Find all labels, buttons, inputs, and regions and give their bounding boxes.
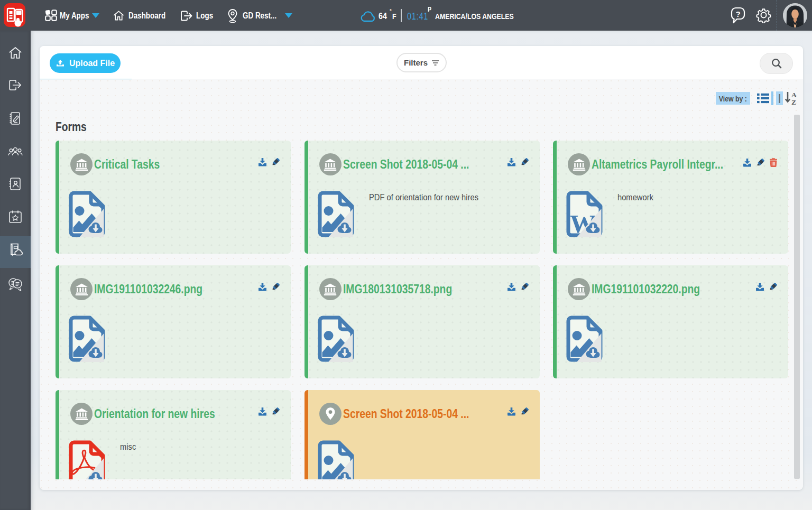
svg-text:Z: Z [791, 98, 796, 105]
svg-text:A: A [791, 91, 797, 99]
svg-text:?: ? [735, 10, 740, 18]
